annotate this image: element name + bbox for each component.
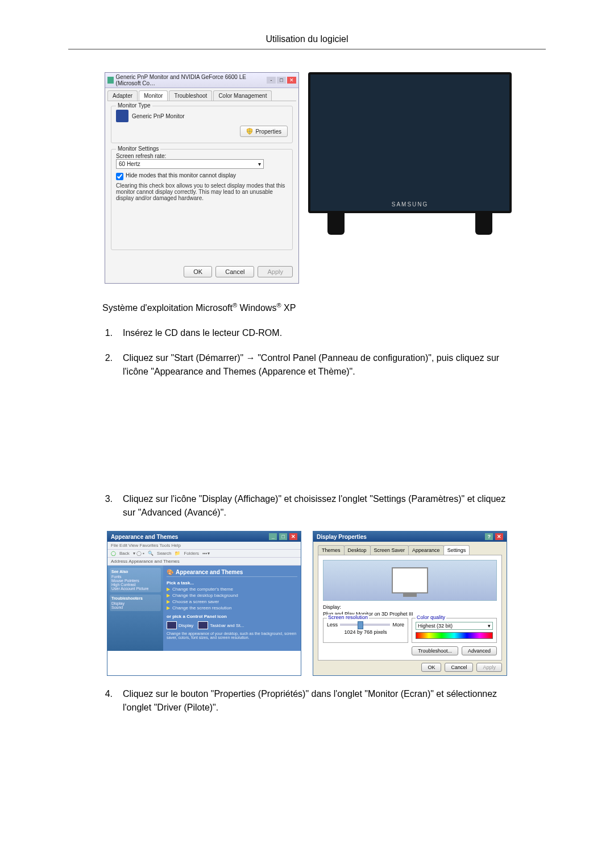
folders-icon[interactable]: 📁	[175, 551, 180, 556]
hide-modes-label: Hide modes that this monitor cannot disp…	[126, 172, 236, 178]
xp1-side-item[interactable]: User Account Picture	[111, 587, 159, 591]
close-icon[interactable]: ✕	[287, 77, 296, 84]
os-text-1: Système d'exploitation Microsoft	[102, 303, 233, 313]
xp1-toolbar: ◯ Back ▾ ◯ ▪ 🔍 Search 📁 Folders ▪▪▪▾	[107, 550, 301, 558]
dp-troubleshoot-button[interactable]: Troubleshoot...	[412, 646, 458, 655]
task-item[interactable]: ▶Choose a screen saver	[167, 599, 297, 604]
xp1-side-item[interactable]: Sound	[111, 605, 159, 609]
xp1-min-icon[interactable]: _	[269, 533, 277, 540]
reg-1: ®	[233, 302, 237, 309]
cancel-button[interactable]: Cancel	[215, 266, 254, 277]
xp1-addressbar[interactable]: Address Appearance and Themes	[107, 558, 301, 566]
refresh-rate-value: 60 Hertz	[119, 161, 140, 167]
dp-tab-desktop[interactable]: Desktop	[344, 545, 371, 555]
dp-res-value: 1024 by 768 pixels	[327, 629, 404, 635]
step-3-num: 3.	[102, 492, 113, 520]
hide-modes-input[interactable]	[116, 173, 123, 180]
xp1-close-icon[interactable]: ✕	[289, 533, 297, 540]
xp1-side-item[interactable]: High Contrast	[111, 583, 159, 587]
xp1-side-block1: See Also Fonts Mouse Pointers High Contr…	[110, 568, 161, 592]
step-4: 4. Cliquez sur le bouton "Properties (Pr…	[102, 687, 512, 715]
step-3-text: Cliquez sur l'icône "Display (Affichage)…	[123, 492, 512, 520]
or-pick-label: or pick a Control Panel icon	[167, 614, 297, 619]
back-icon[interactable]: ◯	[111, 551, 116, 556]
xp1-titlebar: Appearance and Themes _ □ ✕	[107, 531, 301, 542]
shield-icon	[246, 128, 253, 135]
dp-tab-appearance[interactable]: Appearance	[408, 545, 444, 555]
step-3: 3. Cliquez sur l'icône "Display (Afficha…	[102, 492, 512, 520]
palette-icon: 🎨	[167, 569, 173, 575]
step-4-num: 4.	[102, 687, 113, 715]
search-label: Search	[157, 551, 171, 556]
dp-display-label: Display:	[323, 604, 497, 610]
top-rule	[68, 49, 546, 49]
dp-ok-button[interactable]: OK	[421, 663, 441, 672]
tab-monitor[interactable]: Monitor	[139, 90, 168, 101]
xp1-side-title2: Troubleshooters	[111, 596, 159, 600]
window-buttons: ‐ □ ✕	[267, 77, 296, 84]
dp-advanced-button[interactable]: Advanced	[462, 646, 497, 655]
folders-label: Folders	[184, 551, 199, 556]
dialog-icon	[107, 77, 114, 84]
display-icon-item[interactable]: Display	[167, 621, 193, 629]
monitor-brand-text: SAMSUNG	[310, 201, 509, 207]
minimize-icon[interactable]: ‐	[267, 77, 276, 84]
search-icon[interactable]: 🔍	[148, 551, 154, 556]
maximize-icon[interactable]: □	[277, 77, 286, 84]
dp-cq-label: Color quality	[416, 614, 446, 620]
dp-tab-settings[interactable]: Settings	[443, 545, 470, 555]
slider-thumb[interactable]	[358, 621, 363, 629]
dp-tab-themes[interactable]: Themes	[318, 545, 345, 555]
appearance-themes-window: Appearance and Themes _ □ ✕ File Edit Vi…	[107, 531, 301, 676]
step-2: 2. Cliquez sur "Start (Démarrer)" → "Con…	[102, 351, 512, 379]
step-1: 1. Insérez le CD dans le lecteur CD‐ROM.	[102, 326, 512, 340]
xp1-max-icon[interactable]: □	[279, 533, 287, 540]
tab-color-management[interactable]: Color Management	[213, 90, 272, 101]
properties-button[interactable]: Properties	[240, 126, 288, 137]
task-item[interactable]: ▶Change the screen resolution	[167, 605, 297, 610]
apply-button[interactable]: Apply	[258, 266, 293, 277]
dialog-title-text: Generic PnP Monitor and NVIDIA GeForce 6…	[116, 74, 267, 86]
dp-res-label: Screen resolution	[327, 614, 369, 620]
taskbar-icon-item[interactable]: Taskbar and St...	[198, 621, 244, 629]
xp2-help-icon[interactable]: ?	[485, 533, 493, 540]
page-header: Utilisation du logiciel	[68, 34, 546, 49]
task-item[interactable]: ▶Change the computer's theme	[167, 587, 297, 592]
figure-row-1: Generic PnP Monitor and NVIDIA GeForce 6…	[102, 72, 512, 284]
step-2-num: 2.	[102, 351, 113, 379]
dp-apply-button[interactable]: Apply	[476, 663, 502, 672]
monitor-properties-dialog: Generic PnP Monitor and NVIDIA GeForce 6…	[105, 72, 299, 284]
dp-mini-monitor-icon	[392, 567, 428, 593]
hide-modes-checkbox[interactable]: Hide modes that this monitor cannot disp…	[116, 172, 288, 180]
os-text-3: XP	[281, 303, 296, 313]
dp-cq-select[interactable]: Highest (32 bit) ▾	[416, 622, 493, 630]
dp-cancel-button[interactable]: Cancel	[445, 663, 473, 672]
reg-2: ®	[276, 302, 281, 309]
figure-row-2: Appearance and Themes _ □ ✕ File Edit Vi…	[102, 531, 512, 676]
xp1-menubar: File Edit View Favorites Tools Help	[107, 542, 301, 550]
taskbar-icon	[198, 621, 208, 629]
monitor-foot-left	[327, 212, 345, 235]
xp1-side-item[interactable]: Mouse Pointers	[111, 579, 159, 583]
display-properties-window: Display Properties ? ✕ Themes Desktop Sc…	[313, 531, 507, 676]
refresh-rate-select[interactable]: 60 Hertz ▾	[116, 159, 264, 169]
xp1-side-title1: See Also	[111, 570, 159, 574]
monitor-settings-group: Monitor Settings Screen refresh rate: 60…	[111, 149, 293, 250]
dp-preview	[323, 560, 497, 601]
slider-track	[340, 624, 390, 626]
task-item[interactable]: ▶Change the desktop background	[167, 593, 297, 598]
xp2-close-icon[interactable]: ✕	[495, 533, 503, 540]
dp-tab-screensaver[interactable]: Screen Saver	[370, 545, 409, 555]
xp1-side-item[interactable]: Display	[111, 601, 159, 605]
properties-button-label: Properties	[255, 128, 281, 135]
back-label: Back	[119, 551, 130, 556]
dp-cq-value: Highest (32 bit)	[418, 623, 453, 629]
dp-res-slider[interactable]: Less More	[327, 622, 404, 628]
xp1-side-item[interactable]: Fonts	[111, 575, 159, 579]
tab-adapter[interactable]: Adapter	[107, 90, 138, 101]
pick-task-label: Pick a task...	[167, 580, 297, 585]
tab-troubleshoot[interactable]: Troubleshoot	[169, 90, 212, 101]
dp-tabs: Themes Desktop Screen Saver Appearance S…	[318, 545, 502, 555]
ok-button[interactable]: OK	[184, 266, 212, 277]
step-1-text: Insérez le CD dans le lecteur CD‐ROM.	[123, 326, 512, 340]
